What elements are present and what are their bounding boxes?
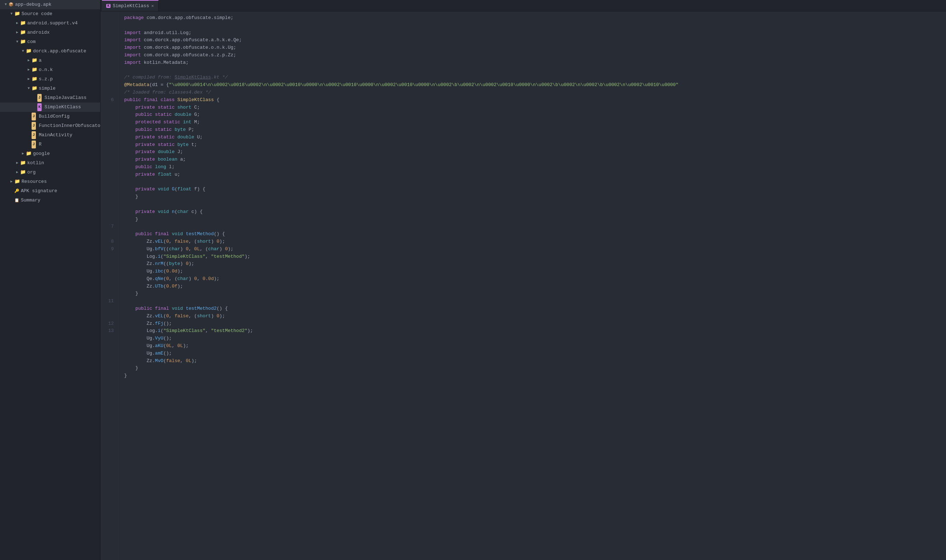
sidebar-item-label: o.n.k bbox=[39, 66, 53, 74]
sidebar-item-label: a bbox=[39, 57, 42, 65]
folder-icon: 📁 bbox=[20, 38, 26, 46]
line-numbers: 6 7 8 9 bbox=[100, 11, 119, 560]
sidebar-item-szp[interactable]: 📁 s.z.p bbox=[0, 75, 100, 84]
sidebar-item-label: MainActivity bbox=[39, 131, 73, 139]
sidebar-item-com[interactable]: 📁 com bbox=[0, 37, 100, 47]
arrow-icon bbox=[20, 47, 26, 55]
folder-icon: 📁 bbox=[32, 85, 37, 92]
java-icon: J bbox=[32, 131, 36, 139]
sidebar-item-label: R bbox=[39, 140, 42, 148]
arrow-icon bbox=[14, 38, 20, 46]
arrow-icon bbox=[14, 159, 20, 167]
sidebar-item-label: app-debug.apk bbox=[15, 1, 51, 9]
kt-icon: K bbox=[37, 103, 42, 111]
sidebar-item-android-support[interactable]: 📁 android.support.v4 bbox=[0, 18, 100, 28]
folder-icon: 📁 bbox=[20, 169, 26, 176]
sidebar-item-label: dorck.app.obfuscate bbox=[33, 47, 86, 55]
sidebar-item-SimpleKtClass[interactable]: K SimpleKtClass bbox=[0, 103, 100, 112]
sidebar-item-label: org bbox=[27, 169, 35, 176]
sidebar-item-label: BuildConfig bbox=[39, 112, 69, 120]
arrow-icon bbox=[14, 29, 20, 37]
java-icon: J bbox=[32, 140, 36, 148]
sidebar-item-label: kotlin bbox=[27, 159, 44, 167]
arrow-icon bbox=[20, 150, 26, 158]
folder-icon: 📁 bbox=[32, 75, 37, 83]
sidebar-item-SimpleJavaClass[interactable]: J SimpleJavaClass bbox=[0, 93, 100, 103]
sidebar-item-androidx[interactable]: 📁 androidx bbox=[0, 28, 100, 37]
folder-icon: 📁 bbox=[20, 19, 26, 27]
arrow-icon bbox=[3, 1, 9, 9]
sum-icon: 📋 bbox=[14, 197, 19, 205]
java-icon: J bbox=[32, 122, 36, 130]
sidebar-item-kotlin[interactable]: 📁 kotlin bbox=[0, 158, 100, 168]
arrow-icon bbox=[26, 85, 32, 92]
arrow-icon bbox=[26, 66, 32, 74]
sidebar-item-BuildConfig[interactable]: J BuildConfig bbox=[0, 112, 100, 121]
sidebar-item-label: APK signature bbox=[21, 187, 57, 195]
sidebar-item-dorck[interactable]: 📁 dorck.app.obfuscate bbox=[0, 47, 100, 56]
sidebar-item-apk[interactable]: 📦 app-debug.apk bbox=[0, 0, 100, 9]
folder-icon: 📁 bbox=[26, 150, 32, 158]
sidebar-item-FunctionInner[interactable]: J FunctionInnerObfuscatorSample bbox=[0, 121, 100, 131]
folder-icon: 📁 bbox=[26, 47, 32, 55]
java-icon: J bbox=[32, 112, 36, 120]
editor-main: K SimpleKtClass ✕ 6 bbox=[100, 0, 946, 560]
sidebar-item-APKSignature[interactable]: 🔑 APK signature bbox=[0, 186, 100, 196]
sig-icon: 🔑 bbox=[14, 187, 19, 195]
sidebar-item-org[interactable]: 📁 org bbox=[0, 168, 100, 177]
arrow-icon bbox=[9, 178, 14, 186]
sidebar-item-MainActivity[interactable]: J MainActivity bbox=[0, 131, 100, 140]
sidebar-item-label: FunctionInnerObfuscatorSample bbox=[39, 122, 100, 130]
apk-icon: 📦 bbox=[9, 1, 14, 9]
sidebar-item-label: Summary bbox=[21, 197, 40, 205]
sidebar-item-Summary[interactable]: 📋 Summary bbox=[0, 196, 100, 205]
sidebar-item-a[interactable]: 📁 a bbox=[0, 56, 100, 65]
arrow-icon bbox=[14, 19, 20, 27]
sidebar-item-label: SimpleJavaClass bbox=[45, 94, 86, 102]
sidebar-item-R[interactable]: J R bbox=[0, 140, 100, 149]
java-icon: J bbox=[37, 94, 42, 102]
tab-bar: K SimpleKtClass ✕ bbox=[100, 0, 946, 11]
sidebar-item-google[interactable]: 📁 google bbox=[0, 149, 100, 158]
folder-icon: 📁 bbox=[32, 66, 37, 74]
sidebar-item-label: Resources bbox=[22, 178, 47, 186]
arrow-icon bbox=[26, 75, 32, 83]
sidebar-item-label: google bbox=[33, 150, 50, 158]
code-content[interactable]: package com.dorck.app.obfuscate.simple; … bbox=[119, 11, 946, 560]
arrow-icon bbox=[26, 57, 32, 65]
sidebar: 📦 app-debug.apk 📁 Source code 📁 android.… bbox=[0, 0, 100, 560]
sidebar-item-onk[interactable]: 📁 o.n.k bbox=[0, 65, 100, 75]
sidebar-item-label: SimpleKtClass bbox=[45, 103, 81, 111]
sidebar-item-source-code[interactable]: 📁 Source code bbox=[0, 9, 100, 18]
tab-close-button[interactable]: ✕ bbox=[151, 3, 154, 9]
tab-kt-icon: K bbox=[106, 4, 111, 8]
folder-icon: 📁 bbox=[20, 29, 26, 37]
sidebar-item-label: s.z.p bbox=[39, 75, 53, 83]
code-editor[interactable]: 6 7 8 9 bbox=[100, 11, 946, 560]
sidebar-item-label: Source code bbox=[22, 10, 52, 18]
sidebar-item-simple[interactable]: 📁 simple bbox=[0, 84, 100, 93]
folder-icon: 📁 bbox=[32, 57, 37, 65]
folder-icon: 📁 bbox=[20, 159, 26, 167]
folder-icon: 📁 bbox=[14, 10, 20, 18]
sidebar-item-label: androidx bbox=[27, 29, 49, 37]
tab-SimpleKtClass[interactable]: K SimpleKtClass ✕ bbox=[102, 0, 159, 11]
sidebar-item-label: simple bbox=[39, 85, 56, 92]
arrow-icon bbox=[14, 169, 20, 176]
tab-label: SimpleKtClass bbox=[113, 3, 149, 9]
folder-icon: 📁 bbox=[14, 178, 20, 186]
sidebar-item-Resources[interactable]: 📁 Resources bbox=[0, 177, 100, 186]
sidebar-item-label: android.support.v4 bbox=[27, 19, 77, 27]
sidebar-item-label: com bbox=[27, 38, 35, 46]
arrow-icon bbox=[9, 10, 14, 18]
